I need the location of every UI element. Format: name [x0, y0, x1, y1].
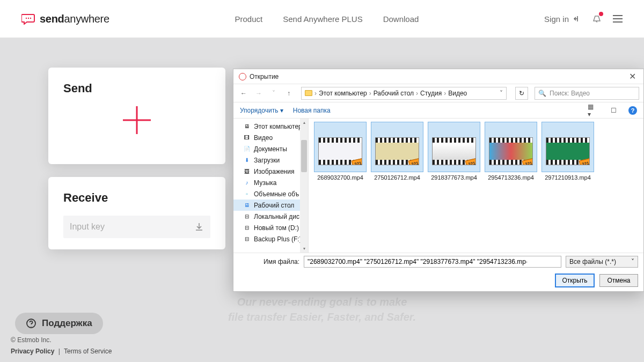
filename-label: Имя файла:: [264, 258, 299, 265]
filetype-select[interactable]: Все файлы (*.*)˅: [566, 256, 638, 268]
folder-icon: [243, 191, 251, 197]
folder-icon: [243, 168, 251, 175]
footer-privacy[interactable]: Privacy Policy: [11, 348, 54, 355]
help-button[interactable]: ?: [628, 106, 637, 115]
tree-scrollbar[interactable]: ▴▾: [300, 119, 308, 253]
nav-back-button[interactable]: ←: [238, 87, 250, 99]
nav: Product Send Anywhere PLUS Download: [235, 14, 419, 24]
file-name: 2918377673.mp4: [428, 174, 480, 181]
footer-tos[interactable]: Terms of Service: [64, 348, 112, 355]
refresh-button[interactable]: ↻: [515, 87, 528, 100]
breadcrumb[interactable]: ›Этот компьютер ›Рабочий стол ›Студия ›В…: [301, 87, 507, 100]
logo-text: sendanywhere: [40, 13, 109, 25]
view-button[interactable]: ▦ ▾: [588, 106, 598, 115]
svg-point-1: [28, 18, 29, 19]
tree-item[interactable]: Музыка: [233, 177, 308, 188]
crumb-video[interactable]: Видео: [448, 90, 467, 97]
file-item[interactable]: 3212918377673.mp4: [428, 122, 480, 181]
filename-input[interactable]: [304, 256, 561, 268]
header: sendanywhere Product Send Anywhere PLUS …: [0, 0, 644, 38]
tree-item[interactable]: Локальный дис: [233, 211, 308, 222]
folder-icon: [243, 146, 251, 152]
receive-placeholder: Input key: [70, 222, 105, 232]
dialog-buttons: Открыть Отмена: [233, 270, 643, 291]
crumb-studio[interactable]: Студия: [420, 90, 442, 97]
search-input[interactable]: 🔍 Поиск: Видео: [535, 87, 639, 100]
tree-label: Локальный дис: [254, 213, 299, 220]
tree-item[interactable]: Загрузки: [233, 154, 308, 166]
nav-up-button[interactable]: ↑: [283, 87, 295, 99]
folder-icon: [243, 180, 251, 186]
menu-icon[interactable]: [613, 15, 623, 23]
folder-icon: [243, 123, 251, 130]
tree-label: Загрузки: [254, 157, 280, 164]
footer-copyright: © Estmob Inc.: [11, 335, 112, 346]
open-button[interactable]: Открыть: [555, 274, 594, 287]
folder-icon: [243, 135, 251, 141]
close-button[interactable]: ✕: [626, 71, 639, 82]
signin-button[interactable]: Sign in: [544, 14, 581, 24]
tree-label: Рабочий стол: [254, 202, 294, 209]
nav-download[interactable]: Download: [383, 14, 419, 24]
crumb-desktop[interactable]: Рабочий стол: [374, 90, 414, 97]
folder-icon: [243, 236, 251, 242]
tagline: Our never-ending goal is to make file tr…: [228, 294, 416, 324]
receive-card: Receive Input key: [48, 177, 225, 249]
folder-icon: [243, 225, 251, 231]
cancel-button[interactable]: Отмена: [599, 274, 638, 287]
tree-label: Видео: [254, 134, 273, 142]
send-title: Send: [63, 82, 210, 95]
tree-label: Документы: [254, 145, 287, 153]
tree-item[interactable]: Объемные объ: [233, 188, 308, 200]
organize-button[interactable]: Упорядочить ▾: [240, 107, 283, 114]
tree-item[interactable]: Изображения: [233, 166, 308, 177]
folder-icon: [305, 90, 312, 96]
file-item[interactable]: 3212689032700.mp4: [314, 122, 367, 181]
nav-plus[interactable]: Send Anywhere PLUS: [283, 14, 362, 24]
right-nav: Sign in: [544, 13, 623, 25]
file-name: 2689032700.mp4: [314, 174, 367, 181]
search-icon: 🔍: [538, 90, 546, 97]
tree-item[interactable]: Рабочий стол: [233, 200, 308, 211]
crumb-pc[interactable]: Этот компьютер: [319, 90, 367, 97]
folder-icon: [243, 157, 251, 164]
file-item[interactable]: 3212750126712.mp4: [371, 122, 423, 181]
file-item[interactable]: 3212971210913.mp4: [541, 122, 594, 181]
nav-recent-button[interactable]: ˅: [268, 87, 280, 99]
tree-label: Новый том (D:): [254, 224, 299, 232]
tree-item[interactable]: Документы: [233, 143, 308, 154]
add-files-button[interactable]: [123, 106, 151, 134]
opera-icon: [239, 73, 246, 80]
folder-tree: Этот компьютерВидеоДокументыЗагрузкиИзоб…: [233, 119, 309, 253]
receive-title: Receive: [63, 191, 210, 205]
newfolder-button[interactable]: Новая папка: [293, 107, 331, 114]
download-icon: [194, 222, 204, 232]
notifications-icon[interactable]: [591, 13, 602, 25]
notification-dot: [599, 12, 603, 16]
support-button[interactable]: Поддержка: [15, 313, 103, 334]
file-list: 3212689032700.mp43212750126712.mp4321291…: [309, 119, 643, 253]
file-name: 2971210913.mp4: [541, 174, 594, 181]
tree-item[interactable]: Видео: [233, 132, 308, 143]
tree-label: Объемные объ: [254, 190, 299, 198]
preview-button[interactable]: ☐: [608, 106, 619, 115]
footer: © Estmob Inc. Privacy Policy | Terms of …: [11, 335, 112, 358]
tree-item[interactable]: Этот компьютер: [233, 121, 308, 132]
nav-forward-button[interactable]: →: [253, 87, 265, 99]
file-open-dialog: Открытие ✕ ← → ˅ ↑ ›Этот компьютер ›Рабо…: [233, 69, 644, 292]
crumb-dropdown[interactable]: ˅: [500, 90, 503, 97]
send-card: Send: [48, 68, 225, 164]
dialog-filename-row: Имя файла: Все файлы (*.*)˅: [233, 253, 643, 270]
tree-label: Музыка: [254, 179, 276, 187]
dialog-titlebar: Открытие ✕: [233, 69, 643, 84]
nav-product[interactable]: Product: [235, 14, 263, 24]
logo[interactable]: sendanywhere: [21, 13, 109, 25]
tree-label: Этот компьютер: [254, 123, 302, 130]
receive-key-input[interactable]: Input key: [63, 216, 210, 238]
dialog-title: Открытие: [250, 73, 279, 80]
tree-item[interactable]: Backup Plus (F:): [233, 233, 308, 245]
file-item[interactable]: 3212954713236.mp4: [485, 122, 537, 181]
tree-label: Backup Plus (F:): [254, 235, 302, 243]
tree-item[interactable]: Новый том (D:): [233, 222, 308, 233]
tree-label: Изображения: [254, 168, 294, 175]
